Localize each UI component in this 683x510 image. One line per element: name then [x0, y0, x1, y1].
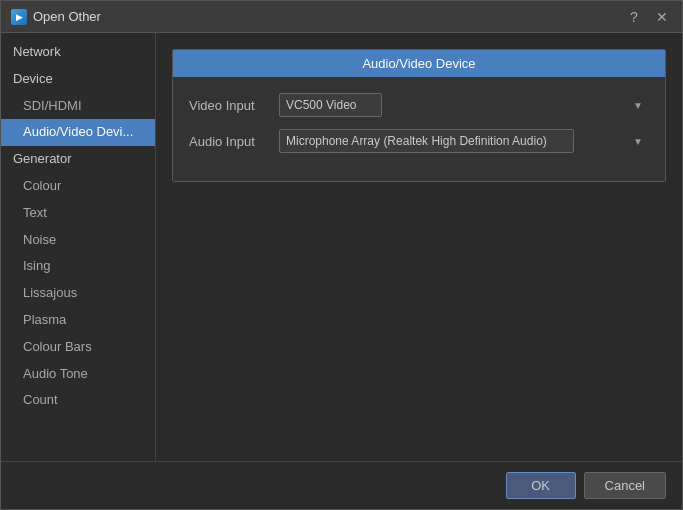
sidebar-item-colour-bars[interactable]: Colour Bars: [1, 334, 155, 361]
sidebar-item-device[interactable]: Device: [1, 66, 155, 93]
sidebar-item-colour[interactable]: Colour: [1, 173, 155, 200]
sidebar-item-plasma[interactable]: Plasma: [1, 307, 155, 334]
title-bar: ▶ Open Other ? ✕: [1, 1, 682, 33]
sidebar-item-count[interactable]: Count: [1, 387, 155, 414]
audio-input-wrapper: Microphone Array (Realtek High Definitio…: [279, 129, 649, 153]
audio-input-select[interactable]: Microphone Array (Realtek High Definitio…: [279, 129, 574, 153]
audio-input-row: Audio Input Microphone Array (Realtek Hi…: [189, 129, 649, 153]
video-input-arrow: ▼: [633, 100, 643, 111]
title-bar-right: ? ✕: [624, 7, 672, 27]
dialog-icon: ▶: [11, 9, 27, 25]
audio-input-label: Audio Input: [189, 134, 279, 149]
sidebar-item-ising[interactable]: Ising: [1, 253, 155, 280]
video-input-label: Video Input: [189, 98, 279, 113]
help-button[interactable]: ?: [624, 7, 644, 27]
dialog-footer: OK Cancel: [1, 461, 682, 509]
panel-header: Audio/Video Device: [173, 50, 665, 77]
audio-input-arrow: ▼: [633, 136, 643, 147]
dialog-title: Open Other: [33, 9, 101, 24]
sidebar-item-generator[interactable]: Generator: [1, 146, 155, 173]
video-input-row: Video Input VC500 Video ▼: [189, 93, 649, 117]
video-input-wrapper: VC500 Video ▼: [279, 93, 649, 117]
sidebar-item-audio-tone[interactable]: Audio Tone: [1, 361, 155, 388]
panel-body: Video Input VC500 Video ▼ Audio Input Mi…: [173, 77, 665, 181]
video-input-select[interactable]: VC500 Video: [279, 93, 382, 117]
open-other-dialog: ▶ Open Other ? ✕ NetworkDeviceSDI/HDMIAu…: [0, 0, 683, 510]
content-area: Audio/Video Device Video Input VC500 Vid…: [156, 33, 682, 461]
ok-button[interactable]: OK: [506, 472, 576, 499]
content-panel: Audio/Video Device Video Input VC500 Vid…: [172, 49, 666, 182]
sidebar-item-network[interactable]: Network: [1, 39, 155, 66]
sidebar: NetworkDeviceSDI/HDMIAudio/Video Devi...…: [1, 33, 156, 461]
sidebar-item-lissajous[interactable]: Lissajous: [1, 280, 155, 307]
sidebar-item-audio-video-device[interactable]: Audio/Video Devi...: [1, 119, 155, 146]
title-bar-left: ▶ Open Other: [11, 9, 101, 25]
dialog-body: NetworkDeviceSDI/HDMIAudio/Video Devi...…: [1, 33, 682, 461]
sidebar-item-sdi-hdmi[interactable]: SDI/HDMI: [1, 93, 155, 120]
close-button[interactable]: ✕: [652, 7, 672, 27]
sidebar-item-text[interactable]: Text: [1, 200, 155, 227]
cancel-button[interactable]: Cancel: [584, 472, 666, 499]
sidebar-item-noise[interactable]: Noise: [1, 227, 155, 254]
